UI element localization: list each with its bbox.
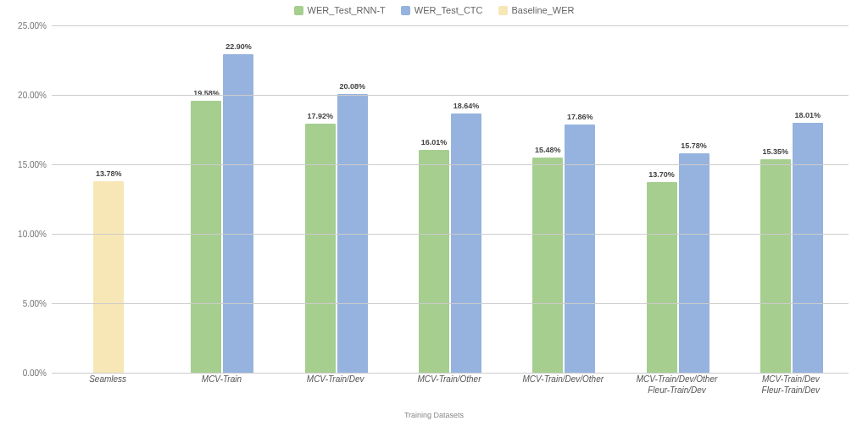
bar-rnnt: 19.58% [191, 101, 221, 373]
bars: 19.58%22.90% [165, 25, 279, 373]
x-tick-label: Seamless [51, 374, 164, 396]
bar-value-label: 22.90% [225, 42, 252, 51]
bar-value-label: 18.64% [453, 102, 480, 110]
bar-rnnt: 15.35% [760, 159, 791, 373]
x-tick-label: MCV-Train/Other [392, 374, 506, 396]
legend-item-rnnt: WER_Test_RNN-T [294, 5, 386, 15]
legend-swatch-base [498, 6, 508, 15]
bars: 13.78% [52, 25, 165, 373]
bars: 15.35%18.01% [735, 25, 849, 373]
bar-group: 13.70%15.78% [620, 25, 734, 373]
wer-bar-chart: WER_Test_RNN-T WER_Test_CTC Baseline_WER… [0, 0, 868, 432]
y-tick-label: 15.00% [11, 160, 47, 169]
gridline [52, 164, 849, 165]
bar-ctc: 22.90% [223, 54, 253, 373]
bar-ctc: 15.78% [679, 153, 709, 373]
bar-value-label: 13.78% [96, 169, 122, 178]
bar-ctc: 18.64% [451, 114, 481, 373]
y-tick-label: 0.00% [11, 368, 47, 378]
bar-rnnt: 15.48% [532, 158, 563, 373]
x-tick-label: MCV-Train/Dev Fleur-Train/Dev [734, 374, 848, 396]
bar-value-label: 18.01% [795, 111, 821, 119]
bar-value-label: 15.35% [763, 147, 789, 156]
bar-group: 16.01%18.64% [393, 25, 507, 373]
bar-value-label: 13.70% [648, 170, 675, 179]
bar-value-label: 20.08% [339, 82, 365, 91]
gridline [52, 303, 849, 304]
bars: 13.70%15.78% [620, 25, 734, 373]
bar-groups: 13.78%19.58%22.90%17.92%20.08%16.01%18.6… [52, 25, 849, 373]
gridline [52, 25, 849, 26]
bar-group: 15.48%17.86% [507, 25, 620, 373]
bar-value-label: 17.86% [567, 113, 593, 121]
legend-label-ctc: WER_Test_CTC [415, 5, 483, 15]
bar-rnnt: 16.01% [419, 150, 449, 373]
x-tick-label: MCV-Train/Dev/Other Fleur-Train/Dev [620, 374, 733, 396]
plot-area: 13.78%19.58%22.90%17.92%20.08%16.01%18.6… [51, 25, 849, 373]
y-tick-label: 10.00% [11, 230, 47, 239]
legend-swatch-rnnt [294, 6, 303, 15]
bar-value-label: 15.48% [535, 146, 561, 154]
bar-value-label: 17.92% [307, 112, 333, 120]
legend-label-base: Baseline_WER [512, 5, 575, 15]
bar-group: 17.92%20.08% [280, 25, 393, 373]
y-tick-label: 25.00% [11, 21, 47, 30]
bar-value-label: 19.58% [193, 89, 220, 97]
gridline [52, 234, 849, 235]
bar-group: 15.35%18.01% [735, 25, 849, 373]
legend: WER_Test_RNN-T WER_Test_CTC Baseline_WER [0, 5, 868, 15]
bar-value-label: 16.01% [421, 138, 448, 147]
bar-ctc: 18.01% [793, 123, 823, 373]
x-axis-title: Training Datasets [0, 411, 868, 419]
bars: 17.92%20.08% [280, 25, 393, 373]
bar-rnnt: 17.92% [305, 124, 336, 373]
bar-ctc: 17.86% [565, 125, 595, 373]
gridline [52, 373, 849, 374]
legend-swatch-ctc [401, 6, 410, 15]
y-tick-label: 20.00% [11, 91, 47, 100]
x-tick-label: MCV-Train [164, 374, 278, 396]
bars: 16.01%18.64% [393, 25, 507, 373]
x-axis-labels: SeamlessMCV-TrainMCV-Train/DevMCV-Train/… [51, 374, 848, 396]
legend-item-ctc: WER_Test_CTC [401, 5, 483, 15]
bar-value-label: 15.78% [681, 141, 707, 150]
x-tick-label: MCV-Train/Dev [279, 374, 392, 396]
gridline [52, 95, 849, 96]
bar-group: 19.58%22.90% [165, 25, 279, 373]
bar-group: 13.78% [52, 25, 165, 373]
legend-item-base: Baseline_WER [498, 5, 575, 15]
bars: 15.48%17.86% [507, 25, 620, 373]
x-tick-label: MCV-Train/Dev/Other [506, 374, 620, 396]
legend-label-rnnt: WER_Test_RNN-T [308, 5, 386, 15]
bar-base: 13.78% [93, 181, 124, 373]
y-tick-label: 5.00% [11, 299, 47, 308]
bar-rnnt: 13.70% [647, 182, 677, 373]
